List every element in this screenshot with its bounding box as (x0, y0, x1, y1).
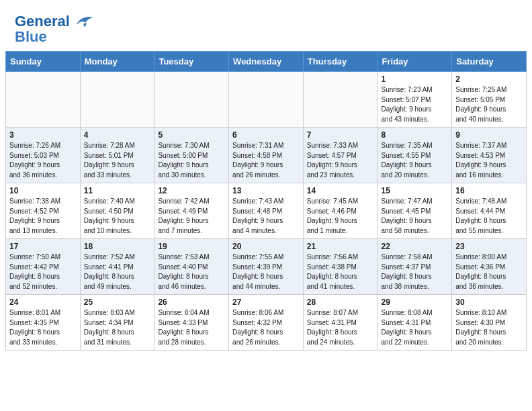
day-info-27: Sunrise: 8:06 AM Sunset: 4:32 PM Dayligh… (232, 308, 300, 347)
day-number-18: 18 (84, 242, 151, 251)
weekday-saturday: Saturday (452, 52, 527, 72)
empty-cell (229, 72, 304, 128)
day-cell-14: 14Sunrise: 7:45 AM Sunset: 4:46 PM Dayli… (303, 183, 378, 239)
day-cell-15: 15Sunrise: 7:47 AM Sunset: 4:45 PM Dayli… (378, 183, 452, 239)
calendar-table: SundayMondayTuesdayWednesdayThursdayFrid… (5, 51, 527, 351)
day-info-3: Sunrise: 7:26 AM Sunset: 5:03 PM Dayligh… (9, 141, 77, 180)
day-number-8: 8 (382, 130, 449, 140)
day-cell-21: 21Sunrise: 7:56 AM Sunset: 4:38 PM Dayli… (303, 239, 378, 295)
day-number-21: 21 (307, 242, 374, 251)
day-info-9: Sunrise: 7:37 AM Sunset: 4:53 PM Dayligh… (455, 141, 523, 180)
day-info-8: Sunrise: 7:35 AM Sunset: 4:55 PM Dayligh… (382, 141, 449, 180)
empty-cell (6, 72, 81, 128)
page-header: General Blue (0, 0, 532, 51)
day-number-25: 25 (84, 298, 151, 307)
day-info-14: Sunrise: 7:45 AM Sunset: 4:46 PM Dayligh… (307, 197, 374, 236)
day-number-27: 27 (232, 298, 300, 307)
day-cell-8: 8Sunrise: 7:35 AM Sunset: 4:55 PM Daylig… (378, 128, 452, 183)
day-number-28: 28 (307, 298, 374, 307)
logo-bird-icon (73, 12, 94, 31)
day-number-26: 26 (158, 298, 225, 307)
day-cell-5: 5Sunrise: 7:30 AM Sunset: 5:00 PM Daylig… (154, 128, 229, 183)
day-cell-24: 24Sunrise: 8:01 AM Sunset: 4:35 PM Dayli… (6, 295, 81, 351)
day-info-11: Sunrise: 7:40 AM Sunset: 4:50 PM Dayligh… (84, 197, 151, 236)
day-number-14: 14 (307, 186, 374, 195)
day-info-12: Sunrise: 7:42 AM Sunset: 4:49 PM Dayligh… (158, 197, 225, 236)
day-cell-17: 17Sunrise: 7:50 AM Sunset: 4:42 PM Dayli… (6, 239, 81, 295)
day-number-23: 23 (455, 242, 523, 251)
logo: General Blue (15, 12, 94, 46)
day-number-1: 1 (382, 75, 449, 84)
day-number-9: 9 (455, 130, 523, 140)
day-info-10: Sunrise: 7:38 AM Sunset: 4:52 PM Dayligh… (9, 197, 77, 236)
calendar-week-1: 1Sunrise: 7:23 AM Sunset: 5:07 PM Daylig… (6, 72, 527, 128)
day-info-22: Sunrise: 7:58 AM Sunset: 4:37 PM Dayligh… (382, 253, 449, 291)
day-cell-30: 30Sunrise: 8:10 AM Sunset: 4:30 PM Dayli… (452, 295, 527, 351)
day-info-17: Sunrise: 7:50 AM Sunset: 4:42 PM Dayligh… (9, 253, 77, 291)
day-cell-6: 6Sunrise: 7:31 AM Sunset: 4:58 PM Daylig… (229, 128, 304, 183)
day-info-20: Sunrise: 7:55 AM Sunset: 4:39 PM Dayligh… (232, 253, 300, 291)
empty-cell (303, 72, 378, 128)
day-info-6: Sunrise: 7:31 AM Sunset: 4:58 PM Dayligh… (232, 141, 300, 180)
day-info-5: Sunrise: 7:30 AM Sunset: 5:00 PM Dayligh… (158, 141, 225, 180)
weekday-sunday: Sunday (6, 52, 81, 72)
day-info-4: Sunrise: 7:28 AM Sunset: 5:01 PM Dayligh… (84, 141, 151, 180)
day-cell-7: 7Sunrise: 7:33 AM Sunset: 4:57 PM Daylig… (303, 128, 378, 183)
calendar-week-5: 24Sunrise: 8:01 AM Sunset: 4:35 PM Dayli… (6, 295, 527, 351)
day-number-29: 29 (382, 298, 449, 307)
day-cell-29: 29Sunrise: 8:08 AM Sunset: 4:31 PM Dayli… (378, 295, 452, 351)
day-info-7: Sunrise: 7:33 AM Sunset: 4:57 PM Dayligh… (307, 141, 374, 180)
day-info-13: Sunrise: 7:43 AM Sunset: 4:48 PM Dayligh… (232, 197, 300, 236)
day-cell-16: 16Sunrise: 7:48 AM Sunset: 4:44 PM Dayli… (452, 183, 527, 239)
day-cell-28: 28Sunrise: 8:07 AM Sunset: 4:31 PM Dayli… (303, 295, 378, 351)
day-number-6: 6 (232, 130, 300, 140)
day-number-19: 19 (158, 242, 225, 251)
day-number-4: 4 (84, 130, 151, 140)
day-cell-2: 2Sunrise: 7:25 AM Sunset: 5:05 PM Daylig… (452, 72, 527, 128)
day-info-21: Sunrise: 7:56 AM Sunset: 4:38 PM Dayligh… (307, 253, 374, 291)
day-number-5: 5 (158, 130, 225, 140)
day-number-12: 12 (158, 186, 225, 195)
day-number-3: 3 (9, 130, 77, 140)
day-cell-22: 22Sunrise: 7:58 AM Sunset: 4:37 PM Dayli… (378, 239, 452, 295)
day-number-22: 22 (382, 242, 449, 251)
empty-cell (154, 72, 229, 128)
day-number-15: 15 (382, 186, 449, 195)
day-number-10: 10 (9, 186, 77, 195)
day-info-26: Sunrise: 8:04 AM Sunset: 4:33 PM Dayligh… (158, 308, 225, 347)
weekday-monday: Monday (80, 52, 154, 72)
day-cell-10: 10Sunrise: 7:38 AM Sunset: 4:52 PM Dayli… (6, 183, 81, 239)
day-cell-1: 1Sunrise: 7:23 AM Sunset: 5:07 PM Daylig… (378, 72, 452, 128)
day-cell-13: 13Sunrise: 7:43 AM Sunset: 4:48 PM Dayli… (229, 183, 304, 239)
day-cell-25: 25Sunrise: 8:03 AM Sunset: 4:34 PM Dayli… (80, 295, 154, 351)
day-number-30: 30 (455, 298, 523, 307)
day-cell-18: 18Sunrise: 7:52 AM Sunset: 4:41 PM Dayli… (80, 239, 154, 295)
day-number-20: 20 (232, 242, 300, 251)
day-info-30: Sunrise: 8:10 AM Sunset: 4:30 PM Dayligh… (455, 308, 523, 347)
day-info-23: Sunrise: 8:00 AM Sunset: 4:36 PM Dayligh… (455, 253, 523, 291)
day-info-29: Sunrise: 8:08 AM Sunset: 4:31 PM Dayligh… (382, 308, 449, 347)
day-number-2: 2 (455, 75, 523, 84)
day-info-16: Sunrise: 7:48 AM Sunset: 4:44 PM Dayligh… (455, 197, 523, 236)
empty-cell (80, 72, 154, 128)
day-cell-4: 4Sunrise: 7:28 AM Sunset: 5:01 PM Daylig… (80, 128, 154, 183)
day-info-2: Sunrise: 7:25 AM Sunset: 5:05 PM Dayligh… (455, 85, 523, 124)
day-number-24: 24 (9, 298, 77, 307)
day-info-25: Sunrise: 8:03 AM Sunset: 4:34 PM Dayligh… (84, 308, 151, 347)
day-number-11: 11 (84, 186, 151, 195)
day-number-13: 13 (232, 186, 300, 195)
day-cell-26: 26Sunrise: 8:04 AM Sunset: 4:33 PM Dayli… (154, 295, 229, 351)
weekday-wednesday: Wednesday (229, 52, 304, 72)
day-number-7: 7 (307, 130, 374, 140)
weekday-thursday: Thursday (303, 52, 378, 72)
day-cell-12: 12Sunrise: 7:42 AM Sunset: 4:49 PM Dayli… (154, 183, 229, 239)
weekday-friday: Friday (378, 52, 452, 72)
day-info-19: Sunrise: 7:53 AM Sunset: 4:40 PM Dayligh… (158, 253, 225, 291)
day-info-1: Sunrise: 7:23 AM Sunset: 5:07 PM Dayligh… (382, 85, 449, 124)
calendar-week-4: 17Sunrise: 7:50 AM Sunset: 4:42 PM Dayli… (6, 239, 527, 295)
day-cell-11: 11Sunrise: 7:40 AM Sunset: 4:50 PM Dayli… (80, 183, 154, 239)
day-number-17: 17 (9, 242, 77, 251)
day-info-15: Sunrise: 7:47 AM Sunset: 4:45 PM Dayligh… (382, 197, 449, 236)
day-number-16: 16 (455, 186, 523, 195)
day-cell-20: 20Sunrise: 7:55 AM Sunset: 4:39 PM Dayli… (229, 239, 304, 295)
